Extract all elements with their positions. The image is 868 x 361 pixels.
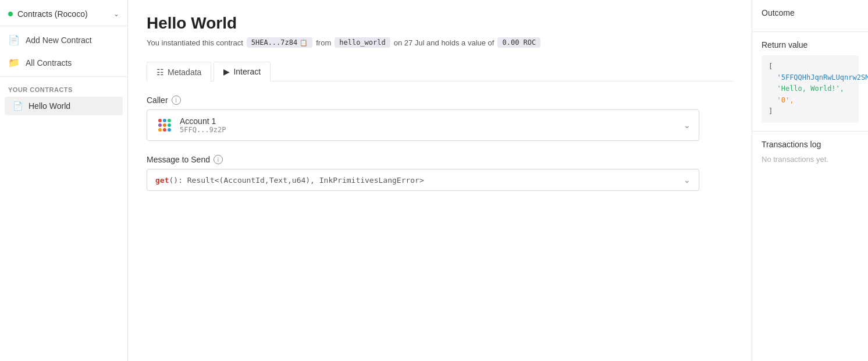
rv-line-4: '0', (769, 95, 852, 106)
account-address: 5FFQ...9z2P (180, 126, 226, 134)
svg-point-7 (163, 128, 166, 132)
svg-point-4 (163, 123, 166, 127)
add-contract-icon: 📄 (8, 34, 20, 45)
tabs-container: ☷ Metadata ▶ Interact (147, 62, 733, 82)
sidebar-item-all-contracts[interactable]: 📁 All Contracts (0, 51, 127, 74)
code-hash-badge[interactable]: hello_world (335, 37, 390, 48)
message-field-group: Message to Send i get(): Result<(Account… (147, 155, 699, 191)
avatar (155, 116, 174, 135)
account-display: Account 1 5FFQ...9z2P (155, 116, 226, 135)
svg-point-6 (158, 128, 162, 132)
transactions-section: Transactions log No transactions yet. (752, 132, 868, 172)
all-contracts-icon: 📁 (8, 57, 20, 68)
svg-point-1 (163, 119, 166, 122)
value-badge: 0.00 ROC (497, 37, 540, 48)
message-info-icon[interactable]: i (214, 155, 223, 164)
network-status-dot (8, 12, 13, 16)
network-label: Contracts (Rococo) (17, 9, 88, 19)
message-chevron-icon: ⌄ (684, 175, 691, 185)
svg-point-2 (168, 119, 171, 122)
contract-file-icon: 📄 (13, 101, 23, 111)
caller-chevron-icon: ⌄ (684, 121, 691, 130)
sidebar-divider-bottom (0, 76, 127, 77)
caller-label: Caller i (147, 95, 699, 105)
rv-line-1: [ (769, 61, 852, 72)
caller-field-group: Caller i (147, 95, 699, 141)
tab-interact[interactable]: ▶ Interact (214, 62, 271, 82)
sidebar: Contracts (Rococo) ⌄ 📄 Add New Contract … (0, 0, 128, 361)
your-contracts-heading: Your Contracts (0, 79, 127, 95)
rv-line-2: '5FFQQHhJqnRwLUqnrw2SMe6v (769, 72, 852, 83)
page-title: Hello World (147, 14, 733, 33)
svg-point-8 (168, 128, 171, 132)
tab-metadata[interactable]: ☷ Metadata (147, 62, 211, 82)
all-contracts-label: All Contracts (26, 58, 72, 68)
outcome-title: Outcome (762, 8, 859, 17)
caller-info-icon[interactable]: i (172, 95, 181, 105)
add-contract-label: Add New Contract (26, 36, 92, 45)
contract-subtitle: You instantiated this contract 5HEA...7z… (147, 37, 733, 48)
interact-form: Caller i (147, 95, 699, 191)
rv-line-3: 'Hello, World!', (769, 83, 852, 94)
metadata-icon: ☷ (156, 68, 164, 77)
return-value-title: Return value (762, 40, 859, 49)
sidebar-divider-top (0, 26, 127, 26)
transactions-title: Transactions log (762, 140, 859, 149)
outcome-section: Outcome (752, 0, 868, 32)
main-content: Hello World You instantiated this contra… (128, 0, 752, 361)
svg-point-0 (158, 119, 162, 122)
date-text: on 27 Jul and holds a value of (394, 38, 495, 47)
message-label: Message to Send i (147, 155, 699, 164)
no-transactions-text: No transactions yet. (762, 155, 859, 164)
rv-line-5: ] (769, 106, 852, 117)
network-selector[interactable]: Contracts (Rococo) ⌄ (0, 5, 127, 23)
svg-point-5 (168, 123, 171, 127)
caller-select[interactable]: Account 1 5FFQ...9z2P ⌄ (147, 109, 699, 141)
return-value-box: [ '5FFQQHhJqnRwLUqnrw2SMe6v 'Hello, Worl… (762, 55, 859, 123)
contract-address-badge[interactable]: 5HEA...7z84 📋 (247, 37, 312, 48)
return-value-section: Return value [ '5FFQQHhJqnRwLUqnrw2SMe6v… (752, 32, 868, 132)
account-info: Account 1 5FFQ...9z2P (180, 116, 226, 134)
message-select[interactable]: get(): Result<(AccountId,Text,u64), InkP… (147, 169, 699, 191)
sidebar-contract-hello-world[interactable]: 📄 Hello World (5, 97, 123, 115)
sidebar-item-add-contract[interactable]: 📄 Add New Contract (0, 29, 127, 51)
content-area: Hello World You instantiated this contra… (128, 0, 752, 361)
from-label: from (316, 38, 331, 47)
svg-point-3 (158, 123, 162, 127)
right-panel: Outcome Return value [ '5FFQQHhJqnRwLUqn… (752, 0, 868, 361)
get-method-label: get (155, 176, 169, 185)
account-name: Account 1 (180, 116, 226, 126)
chevron-down-icon: ⌄ (113, 10, 119, 18)
tab-interact-label: Interact (233, 67, 261, 76)
copy-icon: 📋 (300, 39, 308, 47)
tab-metadata-label: Metadata (168, 68, 201, 77)
message-text: get(): Result<(AccountId,Text,u64), InkP… (155, 176, 424, 185)
subtitle-prefix: You instantiated this contract (147, 38, 243, 47)
contract-name: Hello World (29, 101, 70, 111)
interact-icon: ▶ (223, 67, 230, 76)
